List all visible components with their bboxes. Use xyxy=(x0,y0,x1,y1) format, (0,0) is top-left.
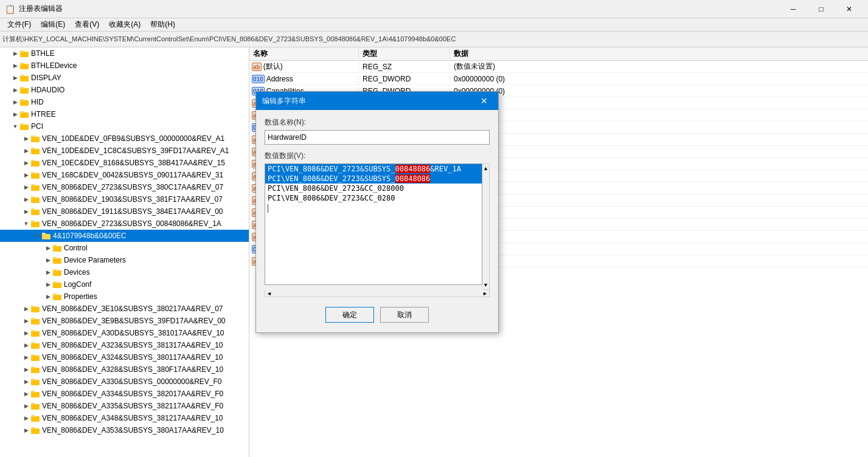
edit-multistring-dialog: 编辑多字符串 ✕ 数值名称(N): 数值数据(V): PCI\VEN_8086&… xyxy=(255,91,499,333)
scroll-right[interactable]: ► xyxy=(481,290,489,297)
multiline-line-1: PCI\VEN_8086&DEV_2723&SUBSYS_00848086&RE… xyxy=(265,164,482,174)
multiline-line-3: PCI\VEN_8086&DEV_2723&CC_028000 xyxy=(265,184,482,193)
dialog-title: 编辑多字符串 xyxy=(262,96,306,106)
scroll-down[interactable]: ▼ xyxy=(482,281,490,289)
dialog-data-textarea[interactable]: PCI\VEN_8086&DEV_2723&SUBSYS_00848086&RE… xyxy=(265,163,482,285)
dialog-data-label: 数值数据(V): xyxy=(265,151,490,161)
dialog-scrollbar[interactable]: ▲ ▼ xyxy=(482,163,490,290)
dialog-body: 数值名称(N): 数值数据(V): PCI\VEN_8086&DEV_2723&… xyxy=(256,110,498,332)
dialog-ok-button[interactable]: 确定 xyxy=(325,307,374,323)
scroll-up[interactable]: ▲ xyxy=(482,164,490,173)
highlight-red-1: 00848086 xyxy=(395,165,431,173)
highlight-red-2: 00848086 xyxy=(395,174,431,183)
dialog-title-bar: 编辑多字符串 ✕ xyxy=(256,92,498,110)
multiline-line-2: PCI\VEN_8086&DEV_2723&SUBSYS_00848086 xyxy=(265,174,482,184)
multiline-line-cursor xyxy=(265,203,482,214)
dialog-overlay: 编辑多字符串 ✕ 数值名称(N): 数值数据(V): PCI\VEN_8086&… xyxy=(0,0,868,457)
dialog-cancel-button[interactable]: 取消 xyxy=(380,307,429,323)
multiline-line-4: PCI\VEN_8086&DEV_2723&CC_0280 xyxy=(265,193,482,203)
dialog-close-button[interactable]: ✕ xyxy=(476,94,492,108)
text-cursor xyxy=(268,204,268,213)
dialog-buttons: 确定 取消 xyxy=(265,302,490,325)
dialog-name-label: 数值名称(N): xyxy=(265,117,490,128)
dialog-name-input[interactable] xyxy=(265,130,490,145)
scroll-left[interactable]: ◄ xyxy=(265,290,273,297)
dialog-hscrollbar[interactable]: ◄ ► xyxy=(265,290,490,297)
